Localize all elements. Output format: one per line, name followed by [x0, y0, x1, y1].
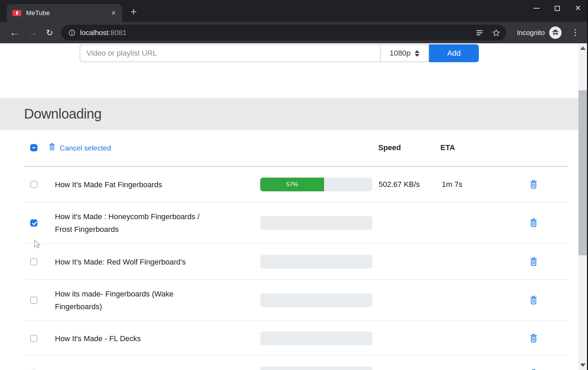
back-button[interactable]: ← — [10, 28, 19, 37]
progress-bar — [260, 332, 372, 345]
delete-download-button[interactable] — [530, 296, 538, 305]
scrollbar[interactable] — [578, 43, 587, 370]
download-title-line: Frost Fingerboards — [55, 223, 247, 236]
cancel-selected-button[interactable]: Cancel selected — [49, 143, 111, 153]
site-info-icon[interactable] — [69, 30, 75, 36]
download-title-line: How It's Made Fat Fingerboards — [55, 178, 247, 191]
delete-download-button[interactable] — [530, 218, 538, 227]
list-controls: Cancel selected Speed ETA — [0, 130, 588, 166]
window-minimize-button[interactable] — [533, 8, 540, 9]
row-checkbox[interactable] — [30, 181, 37, 188]
tab-title: MeTube — [26, 9, 50, 17]
new-tab-button[interactable]: + — [128, 6, 139, 18]
section-title: Downloading — [24, 98, 102, 130]
forward-button[interactable]: → — [28, 28, 37, 37]
download-title: How It's Made Fat Fingerboards — [55, 178, 247, 191]
progress-label: 57% — [286, 181, 298, 188]
quality-select[interactable]: 1080p — [380, 44, 429, 62]
browser-window: MeTube ✕ + ✕ ← → ↻ localhost:8081 — [0, 0, 588, 370]
downloading-section-header: Downloading — [0, 98, 587, 130]
download-title-line: How it's Made : Honeycomb Fingerboards / — [55, 210, 247, 223]
add-button[interactable]: Add — [429, 44, 479, 62]
url-text: localhost:8081 — [80, 29, 126, 37]
select-arrows-icon — [415, 50, 419, 57]
trash-icon — [49, 143, 55, 153]
download-row: How it's Made : Honeycomb Fingerboards /… — [0, 202, 588, 244]
row-checkbox[interactable] — [30, 335, 37, 342]
tab-close-icon[interactable]: ✕ — [111, 10, 116, 17]
progress-fill: 57% — [260, 178, 324, 191]
delete-download-button[interactable] — [530, 180, 538, 189]
tab-bar: MeTube ✕ + ✕ — [0, 0, 588, 22]
download-row: How It's Made Fat Fingerboards57%502.67 … — [0, 167, 588, 202]
download-title-line: Fingerboards) — [55, 300, 247, 313]
speed-column-header: Speed — [378, 143, 401, 152]
download-title-line: How It's Made - FL Decks — [55, 332, 247, 345]
download-row: How its made- Fingerboards (WakeFingerbo… — [0, 280, 588, 321]
row-checkbox[interactable] — [30, 220, 37, 227]
download-row — [0, 356, 588, 370]
delete-download-button[interactable] — [530, 334, 538, 343]
quality-value: 1080p — [390, 49, 411, 58]
scrollbar-thumb[interactable] — [578, 90, 587, 255]
download-title: How It's Made - FL Decks — [55, 332, 247, 345]
page-content: 1080p Add Downloading Cancel selected Sp… — [0, 43, 588, 370]
scroll-down-arrow-icon[interactable] — [578, 360, 587, 370]
incognito-icon[interactable] — [549, 26, 562, 39]
reload-button[interactable]: ↻ — [46, 28, 53, 37]
progress-bar — [260, 255, 372, 269]
eta-column-header: ETA — [440, 143, 455, 152]
bookmark-star-icon[interactable] — [492, 29, 500, 37]
download-title-line: How It's Made: Red Wolf Fingerboard's — [55, 255, 247, 268]
download-title: How its made- Fingerboards (WakeFingerbo… — [55, 288, 247, 313]
progress-bar — [260, 293, 372, 307]
progress-bar: 57% — [260, 178, 372, 191]
row-checkbox[interactable] — [30, 258, 37, 265]
metube-favicon-icon — [12, 10, 21, 16]
reading-list-icon[interactable] — [476, 30, 483, 36]
select-all-checkbox[interactable] — [30, 144, 37, 152]
window-controls: ✕ — [533, 0, 581, 16]
video-url-input[interactable] — [80, 44, 380, 62]
progress-bar — [260, 367, 372, 370]
download-title: How it's Made : Honeycomb Fingerboards /… — [55, 210, 247, 236]
download-row: How It's Made: Red Wolf Fingerboard's — [0, 244, 588, 280]
download-title-line: How its made- Fingerboards (Wake — [55, 288, 247, 300]
browser-menu-icon[interactable] — [573, 27, 577, 38]
download-title: How It's Made: Red Wolf Fingerboard's — [55, 255, 247, 268]
incognito-label: Incognito — [517, 22, 545, 43]
address-bar[interactable]: localhost:8081 — [61, 25, 506, 41]
download-speed: 502.67 KB/s — [379, 180, 420, 189]
window-close-button[interactable]: ✕ — [575, 4, 581, 12]
progress-bar — [260, 216, 372, 230]
download-row: How It's Made - FL Decks — [0, 321, 588, 356]
download-list: How It's Made Fat Fingerboards57%502.67 … — [0, 167, 588, 370]
scroll-up-arrow-icon[interactable] — [578, 43, 587, 53]
download-eta: 1m 7s — [442, 180, 462, 189]
browser-toolbar: ← → ↻ localhost:8081 — [0, 22, 588, 43]
window-maximize-button[interactable] — [555, 6, 560, 11]
add-download-form: 1080p Add — [0, 43, 588, 64]
mouse-cursor — [34, 240, 42, 249]
delete-download-button[interactable] — [530, 257, 538, 266]
row-checkbox[interactable] — [30, 297, 37, 304]
browser-tab[interactable]: MeTube ✕ — [7, 4, 122, 22]
